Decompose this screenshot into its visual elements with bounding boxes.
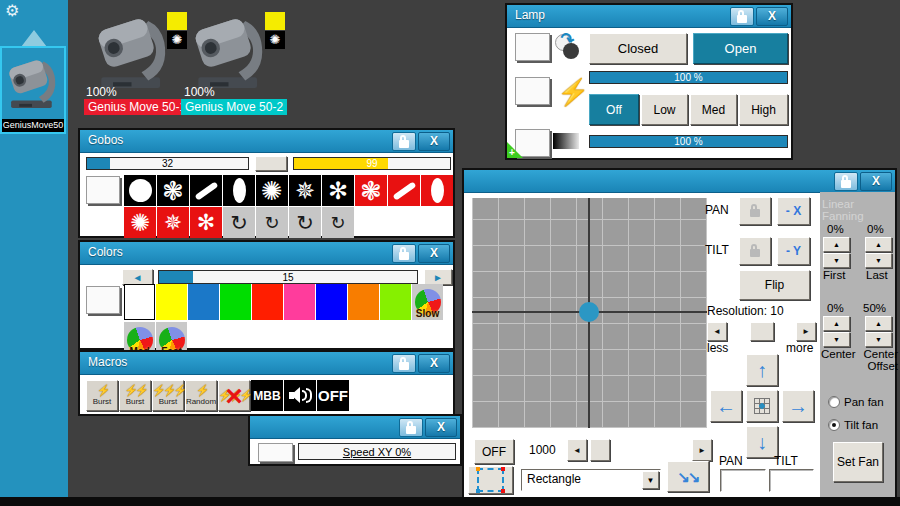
macro-burst-1[interactable]: ⚡Burst [86,380,118,411]
gear-icon[interactable]: ⚙ [5,1,19,20]
macro-mbb[interactable]: MBB [251,380,283,411]
macros-titlebar[interactable]: Macros X [80,352,453,375]
hold-right-arrow[interactable]: ► [692,439,712,461]
flip-button[interactable]: Flip [739,270,810,300]
color-swatch-yellow-green[interactable] [380,284,411,320]
nudge-right-button[interactable]: → [782,390,814,422]
pan-lock-button[interactable] [739,197,771,225]
pan-value-field[interactable] [720,469,766,492]
color-swatch-yellow[interactable] [156,284,187,320]
gobo-leaf[interactable] [223,175,255,206]
gobo-mid-button[interactable] [255,156,287,171]
color-swatch-orange[interactable] [348,284,379,320]
pantilt-titlebar[interactable]: X [464,170,895,193]
set-fan-button[interactable]: Set Fan [833,442,883,482]
pantilt-grid[interactable] [472,198,707,428]
gobo-radial-fan[interactable]: ✺ [256,175,288,206]
offset-down-button[interactable]: ▼ [865,332,892,347]
close-button[interactable]: X [418,244,450,263]
color-swatch-medium-blue[interactable] [188,284,219,320]
gobo-stars-red[interactable]: ✻ [190,207,222,238]
tilt-value-field[interactable] [769,469,814,492]
macro-strobe-off[interactable]: ⚡⚡⚡× [218,380,250,411]
gobo-open[interactable] [124,175,156,206]
strobe-dimmer-slider[interactable]: 100 % [589,71,788,84]
lock-button[interactable] [834,172,858,191]
fixture-1-image[interactable] [84,10,179,94]
gobo-index-slider[interactable]: 32 [86,157,249,170]
dropdown-arrow-button[interactable]: ▼ [642,471,659,489]
speed-titlebar[interactable]: X [250,416,460,439]
strobe-med-button[interactable]: Med [690,94,737,125]
gobo-rotate-1[interactable]: ↻ [223,207,255,238]
color-next-button[interactable]: ► [424,269,452,285]
color-swatch-red[interactable] [252,284,283,320]
fixture-1-name[interactable]: Genius Move 50-1 [84,99,190,115]
center-down-button[interactable]: ▼ [823,332,850,347]
tilt-fan-radio[interactable] [828,419,840,431]
lock-button[interactable] [392,244,416,263]
close-button[interactable]: X [756,7,788,26]
gobo-swirl[interactable]: ❃ [157,175,189,206]
gobo-rotate-4[interactable]: ↻ [322,207,354,238]
close-button[interactable]: X [860,172,892,191]
invert-y-button[interactable]: - Y [777,237,810,265]
hold-thumb[interactable] [590,439,610,461]
gobo-swirl-red[interactable]: ❃ [355,175,387,206]
lock-button[interactable] [392,132,416,151]
colors-titlebar[interactable]: Colors X [80,242,453,265]
strobe-low-button[interactable]: Low [641,94,688,125]
macro-burst-2[interactable]: ⚡⚡Burst [119,380,151,411]
macro-burst-3[interactable]: ⚡⚡⚡Burst [152,380,184,411]
gobos-titlebar[interactable]: Gobos X [80,130,453,153]
lock-button[interactable] [392,354,416,373]
lock-button[interactable] [399,418,423,437]
color-swatch-magenta[interactable] [284,284,315,320]
hold-off-button[interactable]: OFF [474,439,514,464]
close-button[interactable]: X [425,418,457,437]
first-up-button[interactable]: ▲ [823,237,850,252]
close-button[interactable]: X [418,354,450,373]
color-wheel-slow[interactable]: Slow [412,284,443,320]
color-swatch-blue[interactable] [316,284,347,320]
shape-dropdown[interactable]: Rectangle ▼ [521,469,661,491]
resolution-thumb[interactable] [750,322,774,341]
invert-x-button[interactable]: - X [777,197,810,225]
nudge-up-button[interactable]: ↑ [746,354,778,386]
gobo-rotation-slider[interactable]: 99 [293,157,451,170]
color-swatch-white[interactable] [124,284,155,320]
hold-left-arrow[interactable]: ◄ [567,439,587,461]
resolution-less-arrow[interactable]: ◄ [707,322,727,341]
gobo-leaf-red[interactable] [421,175,453,206]
color-swatch-green[interactable] [220,284,251,320]
strobe-high-button[interactable]: High [739,94,788,125]
speed-preset-button[interactable] [258,443,293,462]
nudge-left-button[interactable]: ← [710,390,742,422]
macro-sound[interactable] [284,380,316,411]
strobe-preset-button[interactable] [515,77,550,105]
speed-xy-slider[interactable]: Speed XY 0% [298,443,456,460]
macro-random[interactable]: ⚡Random [185,380,217,411]
gobo-radial-fan-red[interactable]: ✺ [124,207,156,238]
color-prev-button[interactable]: ◄ [122,269,153,285]
gobo-rotate-3[interactable]: ↻ [289,207,321,238]
lock-button[interactable] [730,7,754,26]
pan-fan-radio[interactable] [828,396,840,408]
gobo-pinwheel-red[interactable]: ✵ [157,207,189,238]
gobo-pinwheel[interactable]: ✵ [289,175,321,206]
gobo-beam-bar-red[interactable] [388,175,420,206]
offset-up-button[interactable]: ▲ [865,316,892,331]
gobo-beam-bar[interactable] [190,175,222,206]
shutter-closed-button[interactable]: Closed [589,33,687,64]
fixture-2-image[interactable] [181,10,276,94]
gobo-stars[interactable]: ✻ [322,175,354,206]
strobe-off-button[interactable]: Off [589,94,639,125]
color-preset-button[interactable] [86,286,120,314]
macro-blackout-off[interactable]: OFF [317,380,349,411]
last-up-button[interactable]: ▲ [865,237,892,252]
movement-speed-button[interactable]: ↘↘ [667,461,709,492]
tilt-lock-button[interactable] [739,237,771,265]
dimmer-slider[interactable]: 100 % [589,135,788,148]
last-down-button[interactable]: ▼ [865,253,892,268]
shutter-preset-button[interactable] [515,33,550,61]
